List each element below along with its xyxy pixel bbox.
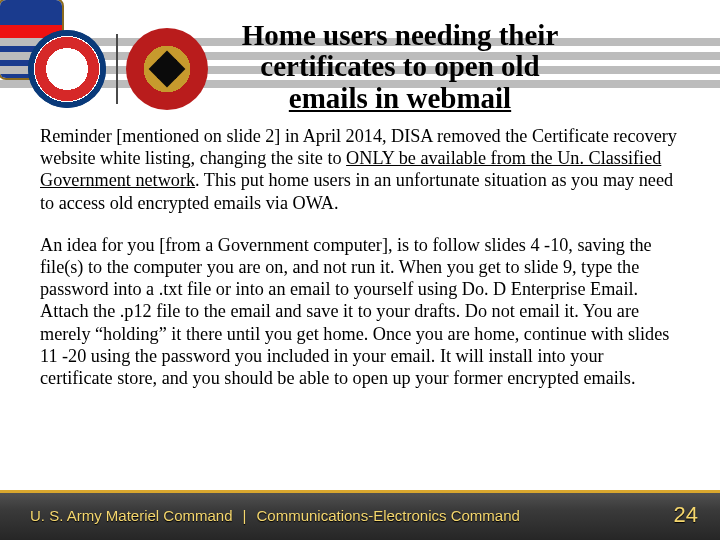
title-line-2: certificates to open old (260, 50, 539, 82)
footer-separator: | (243, 507, 247, 524)
footer-left-text: U. S. Army Materiel Command (30, 507, 233, 524)
slide: Home users needing their certificates to… (0, 0, 720, 540)
footer-center-text: Communications-Electronics Command (256, 507, 519, 524)
slide-title: Home users needing their certificates to… (190, 20, 610, 114)
amc-shield-icon (28, 30, 106, 108)
page-number: 24 (674, 502, 698, 528)
footer-content: U. S. Army Materiel Command | Communicat… (0, 490, 720, 540)
footer-bar: U. S. Army Materiel Command | Communicat… (0, 490, 720, 540)
slide-body: Reminder [mentioned on slide 2] in April… (40, 125, 680, 409)
paragraph-1: Reminder [mentioned on slide 2] in April… (40, 125, 680, 214)
title-line-1: Home users needing their (242, 19, 559, 51)
paragraph-2: An idea for you [from a Government compu… (40, 234, 680, 389)
header-divider (116, 34, 118, 104)
title-line-3: emails in webmail (289, 82, 511, 114)
